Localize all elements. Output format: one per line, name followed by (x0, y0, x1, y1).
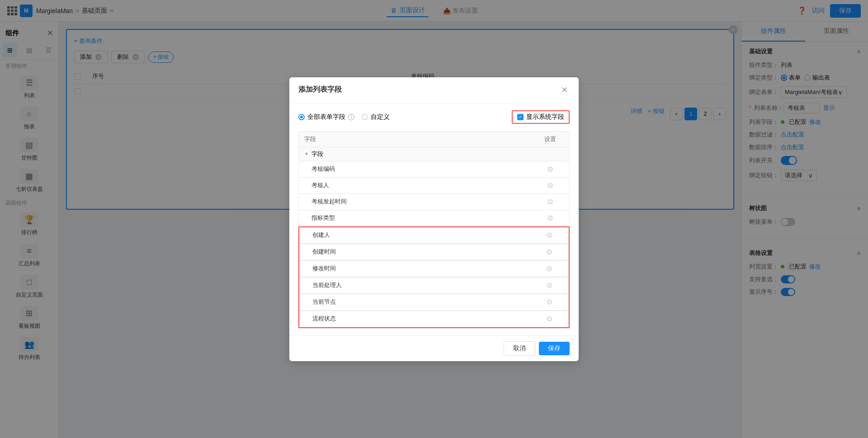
field-row-3: 指标类型 ⚙ (298, 210, 570, 226)
field-table-header: 字段 设置 (298, 131, 570, 147)
field-setting-8: ⚙ (536, 298, 563, 306)
custom-radio[interactable] (362, 114, 368, 120)
field-setting-1: ⚙ (537, 181, 564, 190)
field-row-9: 流程状态 ⚙ (299, 311, 569, 327)
field-row-1: 考核人 ⚙ (298, 178, 570, 194)
show-system-field-checkbox-area[interactable]: ✓ 显示系统字段 (512, 110, 570, 124)
field-setting-2: ⚙ (537, 198, 564, 206)
gear-icon-6[interactable]: ⚙ (546, 265, 552, 273)
field-setting-9: ⚙ (536, 315, 563, 323)
gear-icon-1[interactable]: ⚙ (547, 182, 553, 189)
setting-col-header: 设置 (537, 135, 564, 143)
modal-body: 全部表单字段 i 自定义 ✓ 显示系统字段 字段 (289, 103, 579, 335)
show-system-field-checkbox[interactable]: ✓ (517, 114, 524, 120)
modal-footer: 取消 保存 (289, 335, 579, 361)
gear-icon-8[interactable]: ⚙ (546, 298, 552, 306)
system-fields-highlight-box: 创建人 ⚙ 创建时间 ⚙ 修改时间 ⚙ (298, 226, 570, 328)
modal-title: 添加列表字段 (298, 85, 342, 94)
field-row-5: 创建时间 ⚙ (299, 244, 569, 260)
modal-header: 添加列表字段 ✕ (289, 77, 579, 103)
field-row-0: 考核编码 ⚙ (298, 161, 570, 178)
gear-icon-9[interactable]: ⚙ (546, 315, 552, 323)
field-row-4: 创建人 ⚙ (299, 227, 569, 244)
modal-overlay: 添加列表字段 ✕ 全部表单字段 i 自定义 (0, 0, 868, 438)
field-row-6: 修改时间 ⚙ (299, 260, 569, 277)
info-icon[interactable]: i (348, 114, 354, 120)
field-setting-0: ⚙ (537, 165, 564, 174)
field-section-row: ▼ 字段 (298, 147, 570, 161)
gear-icon-3[interactable]: ⚙ (547, 214, 553, 222)
cancel-button[interactable]: 取消 (504, 341, 535, 356)
field-col-header: 字段 (304, 135, 537, 143)
field-row-7: 当前处理人 ⚙ (299, 277, 569, 294)
all-fields-radio[interactable] (298, 114, 305, 120)
field-setting-7: ⚙ (536, 281, 563, 290)
field-row-8: 当前节点 ⚙ (299, 294, 569, 311)
gear-icon-7[interactable]: ⚙ (546, 282, 552, 289)
gear-icon-2[interactable]: ⚙ (547, 198, 553, 206)
field-section-expand-icon[interactable]: ▼ (304, 151, 309, 156)
field-setting-4: ⚙ (536, 231, 563, 240)
gear-icon-0[interactable]: ⚙ (547, 165, 553, 173)
field-setting-6: ⚙ (536, 264, 563, 273)
field-table: 字段 设置 ▼ 字段 考核编码 ⚙ 考核人 ⚙ (298, 131, 570, 328)
custom-option[interactable]: 自定义 (362, 113, 390, 121)
add-field-modal: 添加列表字段 ✕ 全部表单字段 i 自定义 (289, 77, 579, 361)
modal-options: 全部表单字段 i 自定义 ✓ 显示系统字段 (298, 110, 570, 124)
field-setting-3: ⚙ (537, 214, 564, 222)
all-fields-option[interactable]: 全部表单字段 i (298, 113, 354, 121)
gear-icon-4[interactable]: ⚙ (546, 231, 552, 239)
modal-save-button[interactable]: 保存 (539, 342, 570, 355)
gear-icon-5[interactable]: ⚙ (546, 248, 552, 256)
field-setting-5: ⚙ (536, 248, 563, 256)
modal-close-button[interactable]: ✕ (559, 85, 570, 95)
field-row-2: 考核发起时间 ⚙ (298, 194, 570, 210)
